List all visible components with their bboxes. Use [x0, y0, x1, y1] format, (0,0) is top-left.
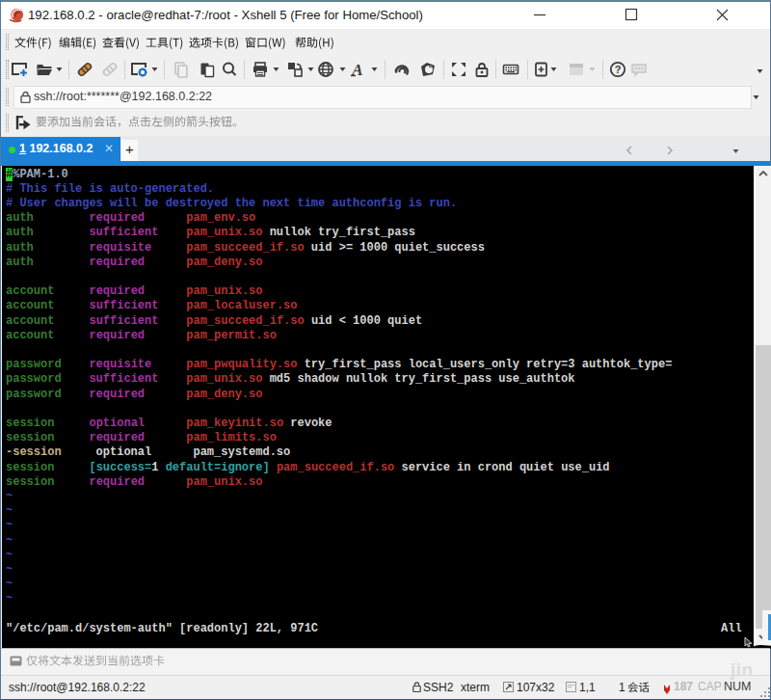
svg-text:?: ?: [615, 64, 622, 75]
